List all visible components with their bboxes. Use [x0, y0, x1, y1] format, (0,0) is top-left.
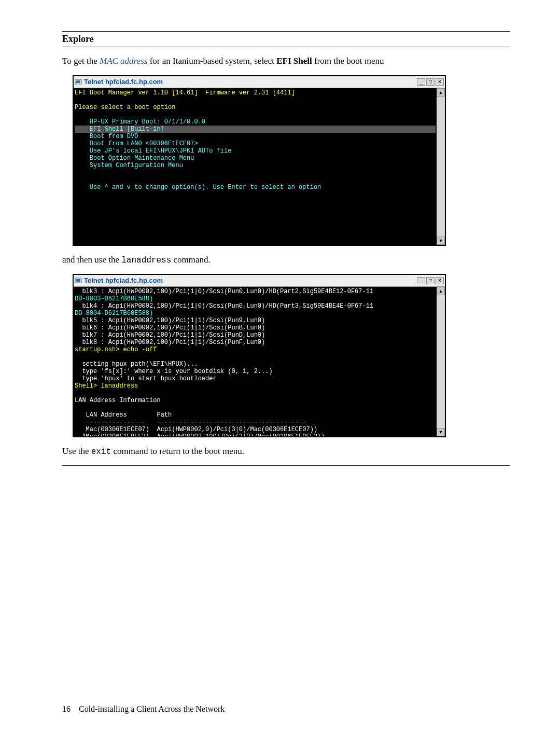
minimize-button[interactable]: _: [417, 277, 425, 284]
terminal-body: blk3 : Acpi(HWP0002,100)/Pci(1|0)/Scsi(P…: [74, 287, 445, 436]
window-buttons: _ □ ×: [417, 78, 444, 86]
closing-text: Use the: [62, 446, 91, 456]
terminal-title: Telnet hpfciad.fc.hp.com: [84, 78, 417, 86]
intro-text: for an Itanium-based system, select: [147, 56, 276, 66]
svg-rect-1: [76, 80, 80, 83]
scroll-down-button[interactable]: ▼: [437, 237, 445, 245]
terminal-line: [75, 111, 436, 118]
terminal-line: type 'hpux' to start hpux bootloader: [75, 375, 436, 382]
terminal-line: blk5 : Acpi(HWP0002,100)/Pci(1|1)/Scsi(P…: [75, 317, 436, 324]
maximize-button[interactable]: □: [426, 78, 435, 86]
maximize-button[interactable]: □: [426, 277, 435, 284]
page-number: 16: [62, 704, 71, 713]
intro-paragraph: To get the MAC address for an Itanium-ba…: [62, 54, 510, 68]
telnet-icon: [75, 277, 82, 284]
terminal-line: Use JP's local EFI\HPUX\JPK1 AUTo file: [75, 147, 436, 155]
svg-rect-3: [76, 279, 80, 282]
terminal-line: [75, 176, 436, 184]
terminal-line: startup.nsh> echo -off: [75, 346, 436, 353]
terminal-line: DD-8004-D6217B60E588): [75, 310, 436, 317]
terminal-titlebar: Telnet hpfciad.fc.hp.com _ □ ×: [74, 76, 445, 88]
telnet-icon: [75, 78, 82, 86]
terminal-line: Boot from DVD: [75, 133, 436, 140]
terminal-line: EFI Shell [Built-in]: [75, 126, 436, 133]
window-buttons: _ □ ×: [417, 277, 444, 284]
terminal-line: LAN Address Path: [75, 411, 436, 419]
mac-address-link[interactable]: MAC address: [100, 56, 147, 66]
terminal-line: [75, 96, 436, 104]
terminal-line: blk8 : Acpi(HWP0002,100)/Pci(1|1)/Scsi(P…: [75, 339, 436, 346]
terminal-line: Use ^ and v to change option(s). Use Ent…: [75, 184, 436, 191]
terminal-line: blk6 : Acpi(HWP0002,100)/Pci(1|1)/Scsi(P…: [75, 324, 436, 331]
section-rule: [62, 47, 510, 47]
page-content: Explore To get the MAC address for an It…: [0, 0, 560, 745]
terminal-line: blk4 : Acpi(HWP0002,100)/Pci(1|0)/Scsi(P…: [75, 302, 436, 310]
code-lanaddress: lanaddress: [121, 256, 171, 265]
terminal-body: EFI Boot Manager ver 1.10 [14.61] Firmwa…: [74, 88, 445, 245]
scroll-down-button[interactable]: ▼: [437, 428, 445, 436]
footer-title: Cold-installing a Client Across the Netw…: [79, 704, 225, 713]
terminal-line: EFI Boot Manager ver 1.10 [14.61] Firmwa…: [75, 89, 436, 96]
terminal-line: type 'fs[x]:' where x is your bootdisk (…: [75, 368, 436, 375]
scroll-track[interactable]: [437, 295, 445, 428]
terminal-line: HP-UX Primary Boot: 0/1/1/0.0.0: [75, 118, 436, 126]
section-rule: [62, 31, 510, 32]
terminal-line: Boot from LAN0 <00306E1ECE07>: [75, 140, 436, 147]
terminal-line: blk3 : Acpi(HWP0002,100)/Pci(1|0)/Scsi(P…: [75, 288, 436, 295]
close-button[interactable]: ×: [436, 277, 444, 284]
close-button[interactable]: ×: [436, 78, 444, 86]
code-exit: exit: [91, 447, 111, 457]
terminal-line: [75, 353, 436, 361]
terminal-title: Telnet hpfciad.fc.hp.com: [84, 277, 417, 284]
terminal-line: Boot Option Maintenance Menu: [75, 155, 436, 162]
terminal-line: ---------------- -----------------------…: [75, 419, 436, 426]
terminal-line: *Mac(00306E1E9EE2) Acpi(HWP0002,100)/Pci…: [75, 433, 436, 436]
terminal-line: blk7 : Acpi(HWP0002,100)/Pci(1|1)/Scsi(P…: [75, 331, 436, 339]
terminal-line: DD-8003-D6217B60E588): [75, 295, 436, 302]
terminal-line: setting hpux path(\EFI\HPUX)...: [75, 361, 436, 368]
page-footer: 16 Cold-installing a Client Across the N…: [62, 704, 510, 714]
scroll-track[interactable]: [437, 96, 445, 237]
terminal-line: Mac(00306E1ECE07) Acpi(HWP0002,0)/Pci(3|…: [75, 426, 436, 433]
closing-text: command to return to the boot menu.: [111, 446, 244, 456]
middle-text: command.: [171, 255, 211, 265]
terminal-line: Please select a boot option: [75, 104, 436, 111]
section-heading: Explore: [62, 34, 510, 45]
terminal-window-2: Telnet hpfciad.fc.hp.com _ □ × blk3 : Ac…: [73, 274, 446, 437]
section-rule: [62, 465, 510, 466]
intro-bold: EFI Shell: [276, 56, 312, 66]
terminal-content: blk3 : Acpi(HWP0002,100)/Pci(1|0)/Scsi(P…: [74, 287, 437, 436]
terminal-content: EFI Boot Manager ver 1.10 [14.61] Firmwa…: [74, 88, 437, 245]
scrollbar[interactable]: ▲ ▼: [437, 287, 445, 436]
scroll-up-button[interactable]: ▲: [437, 88, 445, 96]
terminal-line: System Configuration Menu: [75, 162, 436, 169]
terminal-line: [75, 404, 436, 411]
terminal-line: [75, 169, 436, 176]
terminal-line: Shell> lanaddress: [75, 382, 436, 390]
closing-paragraph: Use the exit command to return to the bo…: [62, 445, 510, 458]
intro-text: from the boot menu: [312, 56, 384, 66]
scrollbar[interactable]: ▲ ▼: [437, 88, 445, 245]
minimize-button[interactable]: _: [417, 78, 425, 86]
scroll-up-button[interactable]: ▲: [437, 287, 445, 295]
terminal-window-1: Telnet hpfciad.fc.hp.com _ □ × EFI Boot …: [73, 75, 446, 246]
terminal-line: [75, 390, 436, 397]
middle-text: and then use the: [62, 255, 121, 265]
terminal-line: LAN Address Information: [75, 397, 436, 404]
middle-paragraph: and then use the lanaddress command.: [62, 253, 510, 267]
intro-text: To get the: [62, 56, 100, 66]
terminal-titlebar: Telnet hpfciad.fc.hp.com _ □ ×: [74, 275, 445, 287]
